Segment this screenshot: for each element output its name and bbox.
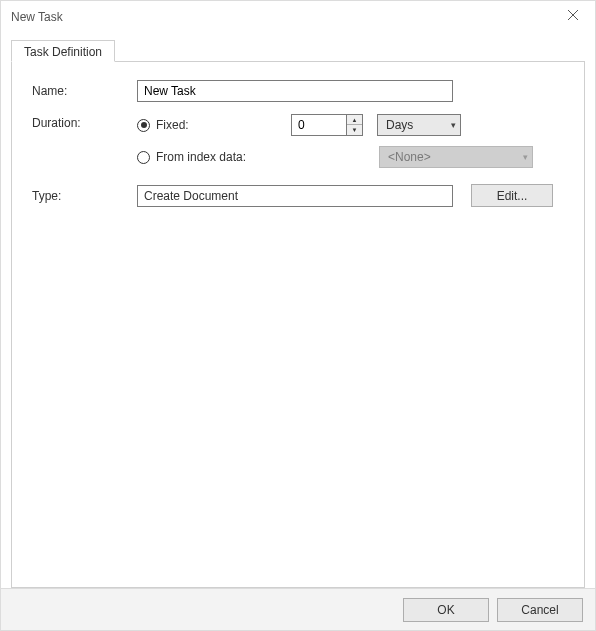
tab-label: Task Definition <box>24 45 102 59</box>
dialog-footer: OK Cancel <box>1 588 595 630</box>
close-button[interactable] <box>550 1 595 29</box>
index-data-value: <None> <box>388 150 431 164</box>
cancel-button-label: Cancel <box>521 603 558 617</box>
duration-index-line: From index data: <None> ▾ <box>137 144 533 170</box>
edit-button[interactable]: Edit... <box>471 184 553 207</box>
duration-unit-combo[interactable]: Days ▾ <box>377 114 461 136</box>
duration-unit-value: Days <box>386 118 413 132</box>
radio-from-index-label: From index data: <box>156 150 246 164</box>
title-bar: New Task <box>1 1 595 33</box>
tab-body: Name: Duration: Fixed: <box>11 61 585 588</box>
type-display: Create Document <box>137 185 453 207</box>
cancel-button[interactable]: Cancel <box>497 598 583 622</box>
radio-fixed-label: Fixed: <box>156 118 189 132</box>
chevron-down-icon: ▾ <box>451 120 456 130</box>
duration-value-input[interactable] <box>291 114 347 136</box>
ok-button-label: OK <box>437 603 454 617</box>
close-icon <box>568 10 578 20</box>
index-data-combo: <None> ▾ <box>379 146 533 168</box>
duration-fixed-line: Fixed: ▲ ▼ Days ▾ <box>137 112 533 138</box>
spinner-buttons: ▲ ▼ <box>347 114 363 136</box>
tab-container: Task Definition Name: Duration: <box>11 39 585 588</box>
duration-spinner[interactable]: ▲ ▼ <box>291 114 363 136</box>
row-name: Name: <box>32 80 564 102</box>
dialog-window: New Task Task Definition Name: <box>0 0 596 631</box>
radio-from-index[interactable] <box>137 151 150 164</box>
spinner-down[interactable]: ▼ <box>347 125 362 135</box>
name-label: Name: <box>32 84 137 98</box>
row-type: Type: Create Document Edit... <box>32 184 564 207</box>
radio-fixed[interactable] <box>137 119 150 132</box>
window-title: New Task <box>11 10 63 24</box>
type-label: Type: <box>32 189 137 203</box>
type-value: Create Document <box>144 189 238 203</box>
row-duration: Duration: Fixed: ▲ ▼ <box>32 112 564 170</box>
spinner-up[interactable]: ▲ <box>347 115 362 125</box>
tab-strip: Task Definition <box>11 39 585 61</box>
tab-task-definition[interactable]: Task Definition <box>11 40 115 62</box>
ok-button[interactable]: OK <box>403 598 489 622</box>
name-input[interactable] <box>137 80 453 102</box>
chevron-down-icon: ▾ <box>523 152 528 162</box>
duration-label: Duration: <box>32 112 137 130</box>
edit-button-label: Edit... <box>497 189 528 203</box>
